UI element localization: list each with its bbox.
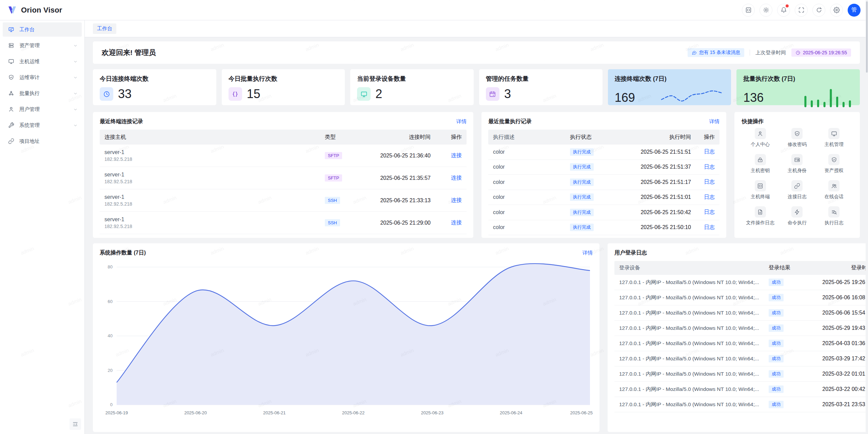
log-link[interactable]: 日志 bbox=[704, 164, 715, 170]
quick-action-command-execution[interactable]: 命令执行 bbox=[779, 206, 816, 226]
middle-row: 最近终端连接记录 详情 连接主机类型连接时间操作server-1182.92.5… bbox=[93, 112, 860, 238]
menu-fold-icon bbox=[72, 421, 78, 427]
batch-icon bbox=[8, 90, 14, 96]
quick-action-personal-center[interactable]: 个人中心 bbox=[742, 128, 779, 148]
user-avatar[interactable]: 管 bbox=[848, 4, 861, 17]
wrench-icon bbox=[8, 122, 14, 128]
connect-link[interactable]: 连接 bbox=[451, 152, 462, 158]
svg-text:80: 80 bbox=[108, 264, 113, 269]
fullscreen-button[interactable] bbox=[795, 4, 808, 17]
connect-link[interactable]: 连接 bbox=[451, 220, 462, 225]
sidebar-item-batch-execution[interactable]: 批量执行 bbox=[3, 86, 82, 100]
quick-action-label: 个人中心 bbox=[751, 141, 770, 148]
message-icon bbox=[692, 50, 697, 55]
bottom-row: 系统操作数量 (7日) 详情 0204060802025-06-192025-0… bbox=[93, 243, 860, 432]
theme-toggle-button[interactable] bbox=[760, 4, 772, 17]
code-settings-button[interactable] bbox=[742, 4, 755, 17]
content: 欢迎回来! 管理员 您有 15 条未读消息 上次登录时间 2025-06-25 … bbox=[85, 37, 868, 434]
log-link[interactable]: 日志 bbox=[704, 224, 715, 230]
quick-action-connection-log[interactable]: 连接日志 bbox=[779, 180, 816, 200]
file-icon bbox=[757, 209, 763, 215]
shield-check-icon bbox=[828, 154, 840, 165]
svg-text:2025-06-23: 2025-06-23 bbox=[421, 410, 443, 415]
login-logs-table: 登录设备登录结果登录时间127.0.0.1 - 内网IP - Mozilla/5… bbox=[614, 261, 868, 412]
user-icon bbox=[757, 131, 763, 137]
sidebar-item-label: 用户管理 bbox=[19, 106, 40, 113]
notification-badge bbox=[786, 4, 789, 7]
login-time: 2025-03-22 01:01:31 bbox=[805, 371, 868, 377]
notifications-button[interactable] bbox=[777, 4, 790, 17]
quick-action-label: 命令执行 bbox=[788, 220, 807, 226]
id-card-icon bbox=[794, 157, 800, 163]
sidebar-item-ops-audit[interactable]: 运维审计 bbox=[3, 70, 82, 84]
bell-icon bbox=[781, 7, 787, 13]
breadcrumb-item-workbench[interactable]: 工作台 bbox=[93, 23, 116, 34]
connect-link[interactable]: 连接 bbox=[451, 175, 462, 181]
scrollbar[interactable] bbox=[866, 0, 868, 434]
quick-action-label: 执行日志 bbox=[825, 220, 844, 226]
scrollbar-thumb[interactable] bbox=[866, 1, 868, 73]
quick-action-host-management[interactable]: 主机管理 bbox=[815, 128, 852, 148]
log-link[interactable]: 日志 bbox=[704, 194, 715, 200]
login-device: 127.0.0.1 - 内网IP - Mozilla/5.0 (Windows … bbox=[614, 279, 764, 286]
table-row: 127.0.0.1 - 内网IP - Mozilla/5.0 (Windows … bbox=[614, 397, 868, 412]
protocol-tag: SFTP bbox=[325, 174, 342, 182]
assets-icon bbox=[8, 42, 14, 49]
quick-action-label: 主机身份 bbox=[788, 168, 807, 174]
host-name: server-1 bbox=[104, 149, 315, 155]
sidebar-item-host-ops[interactable]: 主机运维 bbox=[3, 54, 82, 69]
settings-button[interactable] bbox=[830, 4, 843, 17]
login-result-badge: 成功 bbox=[769, 294, 784, 301]
monitor-icon bbox=[357, 87, 371, 101]
stat-label: 批量执行次数 (7日) bbox=[743, 75, 853, 83]
stat-card-login-devices: 当前登录设备数量 2 bbox=[350, 69, 474, 105]
quick-action-online-sessions[interactable]: 在线会话 bbox=[815, 180, 852, 200]
sidebar-item-label: 资产管理 bbox=[19, 42, 40, 49]
ops-area-chart: 0204060802025-06-192025-06-202025-06-212… bbox=[100, 261, 593, 424]
log-link[interactable]: 日志 bbox=[704, 209, 715, 215]
stat-card-tasks: 管理的任务数量 3 bbox=[479, 69, 603, 105]
quick-action-execution-log[interactable]: 执行日志 bbox=[815, 206, 852, 226]
table-row: color执行完成2025-06-25 21:51:01日志 bbox=[488, 190, 719, 205]
quick-action-asset-authorization[interactable]: 资产授权 bbox=[815, 154, 852, 174]
login-time: 2025-03-21 23:53:43 bbox=[805, 401, 868, 408]
quick-action-file-operation-log[interactable]: 文件操作日志 bbox=[742, 206, 779, 226]
terminal-records-detail-link[interactable]: 详情 bbox=[456, 118, 467, 125]
quick-action-change-password[interactable]: 修改密码 bbox=[779, 128, 816, 148]
search-list-icon bbox=[831, 209, 837, 215]
table-row: color执行完成2025-06-25 21:50:10日志 bbox=[488, 220, 719, 235]
sidebar-collapse-button[interactable] bbox=[70, 418, 81, 430]
login-device: 127.0.0.1 - 内网IP - Mozilla/5.0 (Windows … bbox=[614, 309, 764, 317]
sidebar-item-asset-management[interactable]: 资产管理 bbox=[3, 38, 82, 53]
table-row: server-1182.92.5.218SFTP2025-06-25 21:36… bbox=[100, 145, 467, 167]
protocol-tag: SSH bbox=[325, 219, 340, 227]
app-logo[interactable]: Orion Visor bbox=[7, 5, 62, 16]
search-list-icon bbox=[828, 206, 840, 218]
stat-card-batch-today: 今日批量执行次数 15 bbox=[222, 69, 345, 105]
users-icon bbox=[828, 180, 840, 191]
batch-records-detail-link[interactable]: 详情 bbox=[709, 118, 719, 125]
sidebar-item-workbench[interactable]: 工作台 bbox=[3, 22, 82, 37]
svg-text:2025-06-25: 2025-06-25 bbox=[570, 410, 593, 415]
log-link[interactable]: 日志 bbox=[704, 179, 715, 185]
quick-action-host-terminal[interactable]: 主机终端 bbox=[742, 180, 779, 200]
status-badge: 执行完成 bbox=[570, 178, 594, 186]
quick-action-host-identity[interactable]: 主机身份 bbox=[779, 154, 816, 174]
login-result-badge: 成功 bbox=[769, 370, 784, 378]
table-row: 127.0.0.1 - 内网IP - Mozilla/5.0 (Windows … bbox=[614, 321, 868, 336]
refresh-button[interactable] bbox=[812, 4, 825, 17]
unread-messages-chip[interactable]: 您有 15 条未读消息 bbox=[688, 48, 744, 57]
login-time: 2025-06-06 16:08:17 bbox=[805, 295, 868, 301]
quick-action-host-keys[interactable]: 主机密钥 bbox=[742, 154, 779, 174]
svg-text:0: 0 bbox=[110, 402, 113, 407]
sidebar-item-project-link[interactable]: 项目地址 bbox=[3, 134, 82, 148]
main-area: 工作台 欢迎回来! 管理员 您有 15 条未读消息 上次登录时间 bbox=[85, 20, 868, 434]
terminal-records-table: 连接主机类型连接时间操作server-1182.92.5.218SFTP2025… bbox=[100, 130, 467, 234]
log-link[interactable]: 日志 bbox=[704, 149, 715, 154]
sidebar-item-user-management[interactable]: 用户管理 bbox=[3, 102, 82, 116]
exec-description: color bbox=[488, 224, 565, 230]
stat-card-batch-week: 批量执行次数 (7日) 136 bbox=[736, 69, 860, 105]
connect-link[interactable]: 连接 bbox=[451, 197, 462, 203]
ops-chart-detail-link[interactable]: 详情 bbox=[583, 250, 593, 256]
sidebar-item-system-management[interactable]: 系统管理 bbox=[3, 118, 82, 132]
